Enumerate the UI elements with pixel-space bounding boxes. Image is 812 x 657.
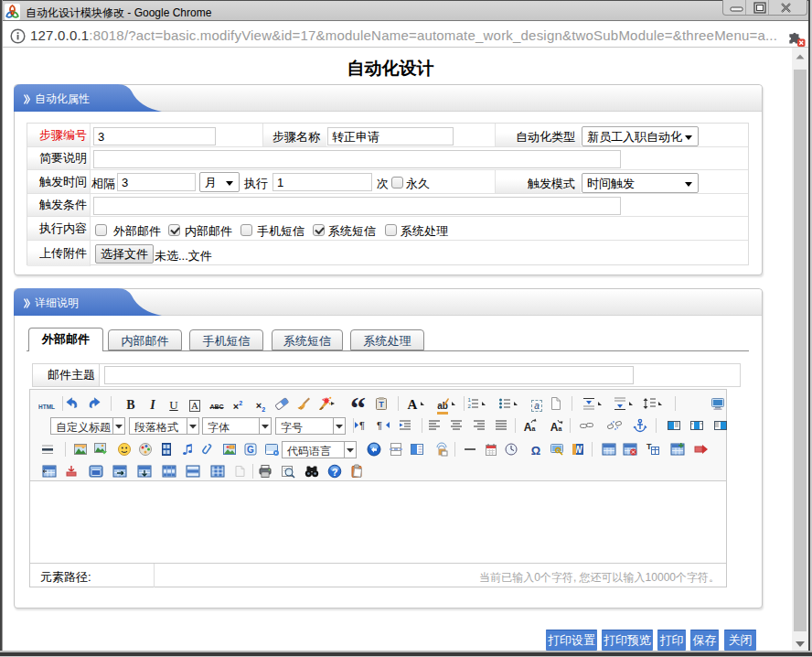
svg-text:¶: ¶ <box>377 420 382 431</box>
svg-text:1: 1 <box>468 397 472 403</box>
svg-text:G: G <box>247 445 254 455</box>
svg-text:?: ? <box>332 467 338 478</box>
svg-text:T: T <box>379 400 384 409</box>
svg-text:¶: ¶ <box>359 420 365 431</box>
svg-text:2: 2 <box>468 404 472 409</box>
svg-text:“: “ <box>351 396 366 411</box>
